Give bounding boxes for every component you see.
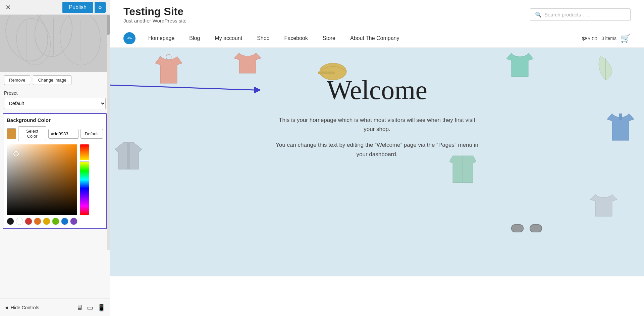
nav-my-account[interactable]: My account (207, 29, 250, 47)
nav-store[interactable]: Store (315, 29, 343, 47)
cart-price: $85.00 (582, 36, 597, 41)
nav-blog[interactable]: Blog (182, 29, 207, 47)
publish-button[interactable]: Publish (62, 2, 93, 13)
deco-tshirt-top (234, 51, 261, 76)
color-swatch[interactable] (7, 128, 16, 139)
nav-shop[interactable]: Shop (250, 29, 277, 47)
welcome-title: Welcome (273, 75, 481, 105)
close-button[interactable]: ✕ (4, 2, 12, 13)
mobile-view-icon[interactable]: 📱 (97, 304, 106, 312)
thumbnail-area (0, 15, 110, 72)
preset-section: Preset Default (0, 88, 110, 112)
preset-dot-purple[interactable] (70, 218, 77, 225)
desktop-view-icon[interactable]: 🖥 (76, 304, 83, 312)
preset-dot-red[interactable] (25, 218, 32, 225)
hide-controls-label: Hide Controls (11, 305, 39, 310)
preset-dot-green[interactable] (52, 218, 59, 225)
deco-pink-shirt (154, 53, 184, 88)
view-icons: 🖥 ▭ 📱 (76, 304, 106, 312)
site-branding: Testing Site Just another WordPress site (123, 5, 186, 24)
hero-content: Welcome This is your homepage which is w… (260, 48, 494, 179)
svg-rect-15 (530, 225, 542, 232)
deco-gray-tshirt (590, 193, 617, 219)
svg-rect-13 (127, 142, 130, 169)
deco-jacket (113, 141, 144, 172)
deco-sunglasses (510, 221, 543, 236)
nav-homepage[interactable]: Homepage (141, 29, 182, 47)
deco-leaf-right (594, 55, 617, 83)
chevron-left-icon: ◄ (4, 305, 9, 310)
picker-dot[interactable] (13, 151, 19, 156)
hue-slider[interactable] (80, 144, 89, 215)
scrollbar-thumb[interactable] (107, 15, 110, 35)
default-color-button[interactable]: Default (80, 129, 103, 139)
top-bar: ✕ Publish ⚙ (0, 0, 110, 15)
hue-slider-container (80, 144, 89, 215)
bg-color-title: Background Color (7, 117, 103, 123)
preset-dot-yellow[interactable] (43, 218, 50, 225)
site-header: Testing Site Just another WordPress site… (110, 0, 644, 29)
change-image-button[interactable]: Change image (33, 75, 71, 85)
hero-text-1: This is your homepage which is what most… (273, 116, 481, 134)
svg-rect-14 (512, 225, 523, 232)
site-name: Testing Site (123, 5, 186, 18)
preset-dot-orange[interactable] (34, 218, 41, 225)
preset-select[interactable]: Default (4, 98, 106, 109)
hide-controls[interactable]: ◄ Hide Controls (4, 305, 39, 310)
image-buttons: Remove Change image (0, 72, 110, 88)
deco-blue-polo (607, 112, 634, 143)
tablet-view-icon[interactable]: ▭ (87, 304, 93, 312)
select-color-button[interactable]: Select Color (18, 126, 46, 141)
remove-button[interactable]: Remove (4, 75, 30, 85)
nav-about[interactable]: About The Company (343, 29, 407, 47)
edit-pencil-icon[interactable]: ✏ (123, 32, 136, 44)
left-panel: ✕ Publish ⚙ Remove Change image Preset D… (0, 0, 110, 316)
cart-icon[interactable]: 🛒 (621, 34, 631, 43)
hex-input[interactable] (48, 129, 78, 139)
svg-point-8 (166, 54, 171, 60)
site-tagline: Just another WordPress site (123, 18, 186, 24)
search-icon: 🔍 (535, 11, 542, 18)
preset-dot-blue[interactable] (61, 218, 68, 225)
nav-facebook[interactable]: Facebook (277, 29, 315, 47)
cart-items-count: 3 items (601, 36, 616, 41)
search-placeholder: Search products . . . (544, 12, 589, 17)
color-row: Select Color Default (7, 126, 103, 141)
hero-section: Welcome This is your homepage which is w… (110, 48, 644, 276)
color-gradient[interactable] (7, 144, 77, 215)
bg-color-section: Background Color Select Color Default (3, 113, 107, 229)
main-area: Testing Site Just another WordPress site… (110, 0, 644, 316)
search-box[interactable]: 🔍 Search products . . . (530, 8, 631, 21)
preset-dot-white[interactable] (16, 218, 23, 225)
preset-dot-black[interactable] (7, 218, 14, 225)
preset-label: Preset (4, 90, 106, 96)
cart-area: $85.00 3 items 🛒 (582, 34, 631, 43)
site-nav: ✏ Homepage Blog My account Shop Facebook… (110, 29, 644, 48)
hero-text-2: You can change this text by editing the … (273, 140, 481, 159)
publish-area: Publish ⚙ (62, 2, 106, 13)
preset-colors (7, 218, 103, 225)
bottom-bar: ◄ Hide Controls 🖥 ▭ 📱 (0, 299, 110, 316)
svg-rect-0 (0, 15, 110, 72)
deco-teal-shirt (506, 51, 533, 80)
color-picker-area (7, 144, 103, 215)
svg-rect-12 (619, 114, 622, 120)
hue-handle[interactable] (80, 160, 89, 162)
settings-button[interactable]: ⚙ (95, 2, 106, 13)
scrollbar-track[interactable] (107, 15, 110, 250)
